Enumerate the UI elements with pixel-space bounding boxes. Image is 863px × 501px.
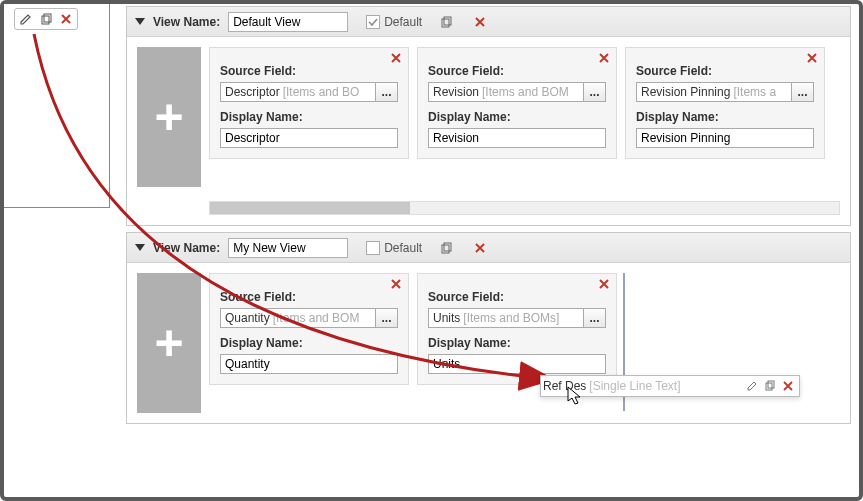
disclosure-triangle-icon[interactable]: [135, 18, 145, 25]
svg-rect-5: [444, 243, 451, 251]
svg-rect-7: [768, 381, 774, 388]
display-name-input[interactable]: [428, 354, 606, 374]
field-card: Source Field: Revision Pinning [Items a …: [625, 47, 825, 159]
copy-icon[interactable]: [761, 380, 779, 392]
delete-view-icon[interactable]: [470, 239, 490, 257]
source-field-input[interactable]: Descriptor [Items and BO: [220, 82, 376, 102]
svg-rect-0: [42, 16, 49, 24]
source-picker-button[interactable]: ...: [584, 82, 606, 102]
source-field-label: Source Field:: [428, 290, 606, 304]
edit-icon[interactable]: [16, 10, 36, 28]
edit-icon[interactable]: [743, 380, 761, 392]
source-picker-button[interactable]: ...: [584, 308, 606, 328]
add-card-button[interactable]: +: [137, 47, 201, 187]
field-card: Source Field: Descriptor [Items and BO .…: [209, 47, 409, 159]
svg-rect-4: [442, 245, 449, 253]
remove-card-icon[interactable]: [390, 52, 402, 64]
display-name-label: Display Name:: [636, 110, 814, 124]
display-name-input[interactable]: [428, 128, 606, 148]
remove-card-icon[interactable]: [806, 52, 818, 64]
mouse-cursor-icon: [567, 386, 585, 408]
view-header: View Name: Default: [127, 233, 850, 263]
sidebar-toolbar: [14, 8, 78, 30]
add-card-button[interactable]: +: [137, 273, 201, 413]
source-field-label: Source Field:: [220, 290, 398, 304]
source-field-label: Source Field:: [428, 64, 606, 78]
sidebar-panel: [4, 4, 110, 208]
svg-rect-3: [444, 17, 451, 25]
view-name-input[interactable]: [228, 12, 348, 32]
source-field-input[interactable]: Quantity [Items and BOM: [220, 308, 376, 328]
default-checkbox-label: Default: [384, 15, 422, 29]
source-picker-button[interactable]: ...: [376, 82, 398, 102]
display-name-label: Display Name:: [220, 336, 398, 350]
view-name-input[interactable]: [228, 238, 348, 258]
delete-view-icon[interactable]: [470, 13, 490, 31]
display-name-input[interactable]: [220, 128, 398, 148]
remove-card-icon[interactable]: [598, 278, 610, 290]
svg-rect-1: [44, 14, 51, 22]
copy-view-icon[interactable]: [436, 239, 456, 257]
delete-icon[interactable]: [779, 381, 797, 391]
view-panel: View Name: Default + Source Field:: [126, 6, 851, 226]
svg-rect-6: [766, 383, 772, 390]
source-field-input[interactable]: Revision Pinning [Items a: [636, 82, 792, 102]
dragged-field-hint: [Single Line Text]: [589, 379, 743, 393]
disclosure-triangle-icon[interactable]: [135, 244, 145, 251]
remove-card-icon[interactable]: [598, 52, 610, 64]
view-name-label: View Name:: [153, 15, 220, 29]
copy-icon[interactable]: [36, 10, 56, 28]
plus-icon: +: [154, 92, 183, 142]
horizontal-scrollbar[interactable]: [209, 201, 840, 215]
default-checkbox[interactable]: Default: [366, 241, 422, 255]
source-picker-button[interactable]: ...: [792, 82, 814, 102]
display-name-input[interactable]: [220, 354, 398, 374]
remove-card-icon[interactable]: [390, 278, 402, 290]
field-card: Source Field: Revision [Items and BOM ..…: [417, 47, 617, 159]
plus-icon: +: [154, 318, 183, 368]
view-header: View Name: Default: [127, 7, 850, 37]
source-field-input[interactable]: Units [Items and BOMs]: [428, 308, 584, 328]
source-field-input[interactable]: Revision [Items and BOM: [428, 82, 584, 102]
display-name-label: Display Name:: [428, 336, 606, 350]
field-card: Source Field: Quantity [Items and BOM ..…: [209, 273, 409, 385]
view-name-label: View Name:: [153, 241, 220, 255]
default-checkbox-label: Default: [384, 241, 422, 255]
field-card: Source Field: Units [Items and BOMs] ...…: [417, 273, 617, 385]
display-name-input[interactable]: [636, 128, 814, 148]
svg-rect-2: [442, 19, 449, 27]
copy-view-icon[interactable]: [436, 13, 456, 31]
display-name-label: Display Name:: [428, 110, 606, 124]
source-field-label: Source Field:: [220, 64, 398, 78]
source-field-label: Source Field:: [636, 64, 814, 78]
delete-icon[interactable]: [56, 10, 76, 28]
default-checkbox[interactable]: Default: [366, 15, 422, 29]
display-name-label: Display Name:: [220, 110, 398, 124]
source-picker-button[interactable]: ...: [376, 308, 398, 328]
